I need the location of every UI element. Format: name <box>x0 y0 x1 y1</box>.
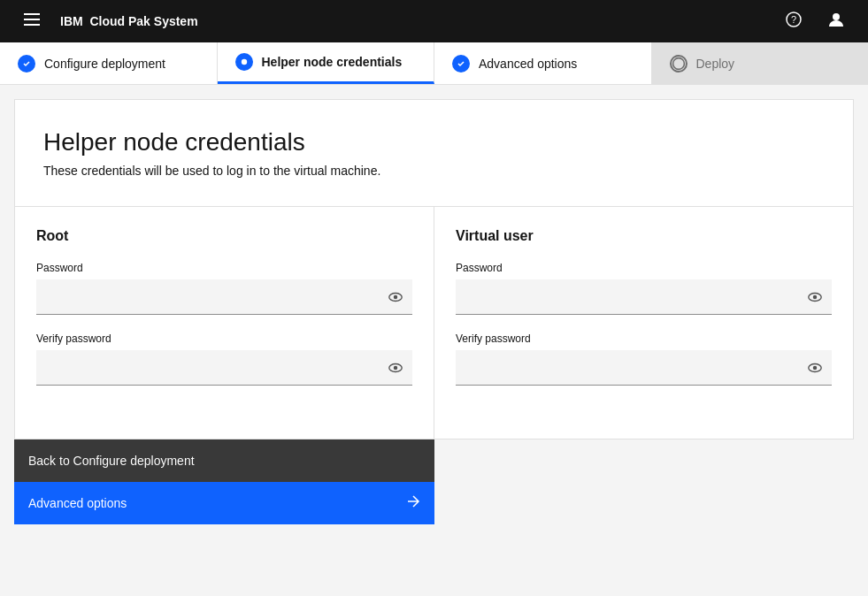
step-2-label: Helper node credentials <box>262 55 403 69</box>
next-button-label: Advanced options <box>28 496 127 510</box>
virtual-user-password-input[interactable] <box>456 279 832 315</box>
svg-rect-1 <box>24 19 40 20</box>
step-4-icon <box>670 55 687 73</box>
nav-right: ? <box>776 0 854 42</box>
page-title: Helper node credentials <box>43 128 825 157</box>
svg-point-14 <box>394 366 398 371</box>
root-panel: Root Password Verify password <box>14 207 434 439</box>
svg-rect-2 <box>24 24 40 26</box>
user-icon <box>828 11 844 32</box>
virtual-user-password-group: Password <box>456 262 832 315</box>
top-navigation: IBM Cloud Pak System ? <box>0 0 868 42</box>
step-3-icon <box>452 55 470 73</box>
root-verify-password-group: Verify password <box>36 332 412 386</box>
svg-point-5 <box>833 13 840 20</box>
arrow-right-icon <box>406 494 420 512</box>
svg-point-10 <box>672 57 684 69</box>
app-title: IBM Cloud Pak System <box>60 14 198 28</box>
step-advanced-options[interactable]: Advanced options <box>434 42 652 84</box>
virtual-user-password-wrapper <box>456 279 832 315</box>
virtual-user-verify-password-group: Verify password <box>456 332 832 386</box>
app-title-ibm: IBM <box>60 14 83 28</box>
step-configure-deployment[interactable]: Configure deployment <box>0 42 218 84</box>
help-button[interactable]: ? <box>776 0 811 42</box>
virtual-user-verify-password-wrapper <box>456 350 832 386</box>
root-password-group: Password <box>36 262 412 315</box>
hamburger-menu-button[interactable] <box>14 0 50 42</box>
main-content: Helper node credentials These credential… <box>0 99 868 524</box>
hamburger-icon <box>24 11 40 32</box>
virtual-user-panel: Virtual user Password Verify password <box>434 207 854 439</box>
form-area: Root Password Verify password <box>14 207 854 439</box>
virtual-user-verify-password-input[interactable] <box>456 350 832 386</box>
root-password-toggle[interactable] <box>388 289 403 305</box>
root-password-label: Password <box>36 262 412 274</box>
root-verify-password-toggle[interactable] <box>388 360 403 376</box>
root-verify-password-input[interactable] <box>36 350 412 386</box>
eye-icon-2 <box>388 360 403 376</box>
svg-text:?: ? <box>791 14 796 25</box>
svg-point-16 <box>813 295 818 300</box>
next-button[interactable]: Advanced options <box>14 482 434 524</box>
back-button-label: Back to Configure deployment <box>28 454 195 468</box>
root-password-input[interactable] <box>36 279 412 315</box>
root-password-wrapper <box>36 279 412 315</box>
root-verify-password-wrapper <box>36 350 412 386</box>
virtual-user-password-toggle[interactable] <box>807 289 823 305</box>
step-deploy[interactable]: Deploy <box>652 42 869 84</box>
bottom-buttons: Back to Configure deployment Advanced op… <box>14 439 434 524</box>
root-verify-password-label: Verify password <box>36 332 412 345</box>
svg-point-8 <box>241 59 246 65</box>
svg-point-18 <box>813 366 818 371</box>
app-title-product: Cloud Pak System <box>89 14 197 28</box>
virtual-user-panel-title: Virtual user <box>456 228 832 244</box>
eye-icon-3 <box>807 289 823 305</box>
step-bar: Configure deployment Helper node credent… <box>0 42 868 85</box>
svg-point-12 <box>394 295 398 300</box>
step-3-label: Advanced options <box>479 57 577 71</box>
eye-icon <box>388 289 403 305</box>
virtual-user-verify-password-toggle[interactable] <box>807 360 823 376</box>
eye-icon-4 <box>807 360 823 376</box>
help-icon: ? <box>786 11 802 32</box>
step-helper-node-credentials[interactable]: Helper node credentials <box>218 42 435 84</box>
step-1-icon <box>18 55 35 73</box>
header-card: Helper node credentials These credential… <box>14 99 854 207</box>
step-2-icon <box>235 53 253 71</box>
user-button[interactable] <box>818 0 854 42</box>
back-button[interactable]: Back to Configure deployment <box>14 439 434 482</box>
svg-rect-0 <box>24 13 40 15</box>
step-4-label: Deploy <box>696 57 735 71</box>
nav-left: IBM Cloud Pak System <box>14 0 198 42</box>
virtual-user-password-label: Password <box>456 262 832 274</box>
page-subtitle: These credentials will be used to log in… <box>43 164 825 178</box>
virtual-user-verify-password-label: Verify password <box>456 332 832 345</box>
root-panel-title: Root <box>36 228 412 244</box>
step-1-label: Configure deployment <box>44 57 165 71</box>
